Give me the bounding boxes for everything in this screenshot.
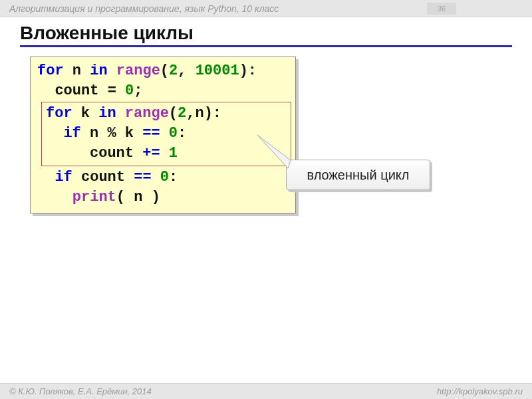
num-0: 0 (169, 125, 178, 142)
op-eqeq: == (142, 125, 160, 142)
code-line-4: if n % k == 0: (46, 124, 287, 144)
var-n: n (134, 189, 142, 205)
var-n: n (195, 105, 203, 122)
footer-bar: © К.Ю. Поляков, Е.А. Ерёмин, 2014 http:/… (0, 383, 532, 399)
code-line-7: print( n ) (37, 188, 289, 207)
code-line-1: for n in range(2, 10001): (37, 61, 289, 81)
fn-range: range (125, 105, 169, 122)
inner-loop-block: for k in range(2,n): if n % k == 0: coun… (41, 102, 291, 166)
code-block: for n in range(2, 10001): count = 0; for… (30, 57, 296, 213)
num-2: 2 (178, 105, 186, 122)
kw-if: if (55, 169, 72, 186)
kw-in: in (98, 105, 116, 122)
header-bar: Алгоритмизация и программирование, язык … (0, 0, 532, 17)
code-line-6: if count == 0: (37, 168, 289, 188)
code-line-3: for k in range(2,n): (46, 104, 287, 124)
kw-in: in (90, 63, 107, 79)
var-k: k (81, 105, 90, 122)
page-title: Вложенные циклы (0, 17, 532, 45)
var-k: k (125, 125, 134, 142)
slide: Алгоритмизация и программирование, язык … (0, 0, 532, 399)
op-eqeq: == (134, 169, 151, 186)
code-line-2: count = 0; (37, 81, 289, 101)
callout-box: вложенный цикл (286, 160, 430, 190)
kw-for: for (46, 105, 72, 122)
fn-range: range (116, 63, 160, 79)
var-count: count (90, 145, 134, 162)
kw-for: for (37, 63, 64, 79)
var-count: count (81, 169, 125, 186)
num-0: 0 (125, 82, 134, 99)
kw-if: if (63, 125, 80, 142)
num-1: 1 (169, 145, 178, 162)
footer-url: http://kpolyakov.spb.ru (437, 386, 523, 396)
title-rule (20, 45, 512, 47)
var-n: n (72, 63, 81, 79)
fn-print: print (72, 189, 116, 205)
num-0: 0 (160, 169, 169, 186)
num-10001: 10001 (196, 63, 239, 79)
code-line-5: count += 1 (46, 144, 287, 164)
svg-marker-0 (257, 135, 291, 168)
op-pluseq: += (142, 145, 160, 162)
var-n: n (90, 125, 98, 142)
num-2: 2 (169, 63, 178, 79)
callout-pointer-icon (257, 130, 297, 170)
footer-authors: © К.Ю. Поляков, Е.А. Ерёмин, 2014 (9, 386, 152, 396)
callout-text: вложенный цикл (307, 168, 410, 183)
page-number: 36 (427, 3, 456, 15)
course-title: Алгоритмизация и программирование, язык … (9, 3, 279, 14)
var-count: count (55, 82, 98, 99)
